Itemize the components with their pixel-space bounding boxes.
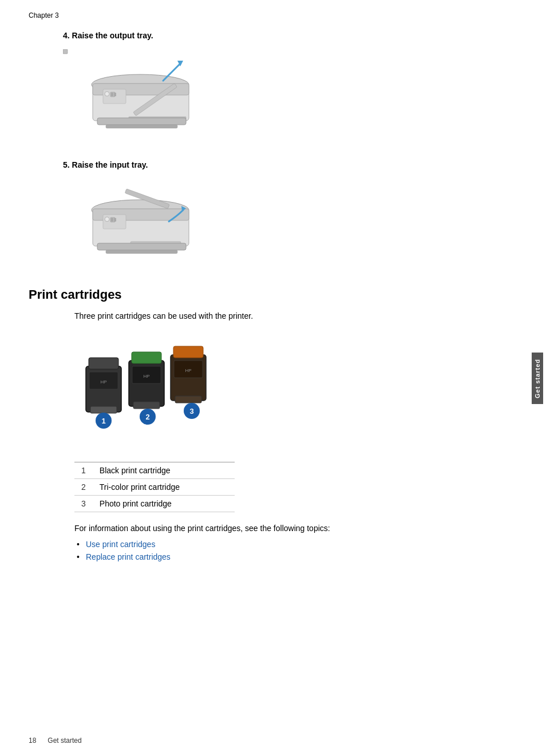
svg-text:3: 3 — [189, 407, 193, 415]
svg-text:1: 1 — [101, 417, 105, 425]
footer-section-label: Get started — [48, 737, 81, 745]
printer-output-svg — [63, 49, 200, 147]
step-5-container: 5. Raise the input tray. — [29, 160, 492, 270]
printer-input-svg — [63, 179, 200, 270]
chapter-label: Chapter 3 — [29, 11, 492, 19]
section-intro: Three print cartridges can be used with … — [29, 311, 492, 320]
svg-rect-29 — [90, 406, 117, 413]
page-footer: 18 Get started — [29, 737, 82, 745]
cartridge-label-2: Tri-color print cartridge — [93, 479, 235, 496]
svg-point-4 — [105, 92, 109, 96]
step-5-number: 5. Raise the input tray. — [63, 160, 492, 169]
svg-rect-28 — [89, 358, 118, 369]
cartridge-label-1: Black print cartridge — [93, 462, 235, 479]
cartridge-number-1: 1 — [74, 462, 93, 479]
page-container: Chapter 3 4. Raise the output tray. — [0, 0, 546, 756]
side-tab-container: Get started — [529, 0, 546, 756]
list-item: Use print cartridges — [86, 540, 492, 549]
svg-rect-12 — [97, 118, 186, 125]
step-4-number: 4. Raise the output tray. — [63, 31, 492, 40]
svg-rect-20 — [111, 218, 113, 221]
svg-text:HP: HP — [100, 379, 106, 385]
table-row: 2 Tri-color print cartridge — [74, 479, 235, 496]
cartridge-number-3: 3 — [74, 496, 93, 512]
svg-rect-42 — [173, 346, 203, 358]
svg-rect-7 — [111, 93, 113, 96]
list-item: Replace print cartridges — [86, 552, 492, 561]
side-tab-label: Get started — [532, 353, 543, 404]
use-print-cartridges-link[interactable]: Use print cartridges — [86, 540, 155, 549]
svg-rect-8 — [114, 93, 116, 96]
table-row: 1 Black print cartridge — [74, 462, 235, 479]
svg-rect-35 — [132, 352, 161, 363]
step-4-container: 4. Raise the output tray. — [29, 31, 492, 147]
svg-text:HP: HP — [143, 374, 149, 379]
replace-print-cartridges-link[interactable]: Replace print cartridges — [86, 552, 171, 561]
svg-rect-25 — [97, 243, 186, 250]
cartridge-label-3: Photo print cartridge — [93, 496, 235, 512]
cartridges-svg: HP 1 HP — [74, 332, 223, 446]
svg-rect-5 — [63, 49, 68, 54]
svg-text:HP: HP — [185, 368, 191, 373]
svg-rect-21 — [114, 218, 116, 221]
svg-text:2: 2 — [145, 413, 149, 421]
cartridge-number-2: 2 — [74, 479, 93, 496]
table-row: 3 Photo print cartridge — [74, 496, 235, 512]
tricolor-cartridge: HP 2 — [129, 352, 164, 425]
photo-cartridge: HP 3 — [171, 346, 206, 419]
svg-rect-26 — [106, 250, 177, 254]
cartridge-table: 1 Black print cartridge 2 Tri-color prin… — [74, 462, 235, 512]
input-tray-illustration — [63, 179, 492, 270]
svg-point-18 — [105, 217, 109, 221]
section-title: Print cartridges — [29, 287, 492, 302]
svg-rect-43 — [175, 396, 201, 403]
main-content: Chapter 3 4. Raise the output tray. — [0, 0, 527, 756]
svg-rect-36 — [133, 402, 160, 409]
cartridges-illustration: HP 1 HP — [29, 332, 492, 448]
page-number: 18 — [29, 737, 36, 745]
black-cartridge: HP 1 — [86, 358, 121, 429]
svg-rect-13 — [106, 125, 177, 128]
info-text: For information about using the print ca… — [29, 524, 492, 533]
output-tray-illustration — [63, 49, 492, 147]
links-list: Use print cartridges Replace print cartr… — [29, 540, 492, 561]
print-cartridges-section: Print cartridges Three print cartridges … — [29, 287, 492, 561]
